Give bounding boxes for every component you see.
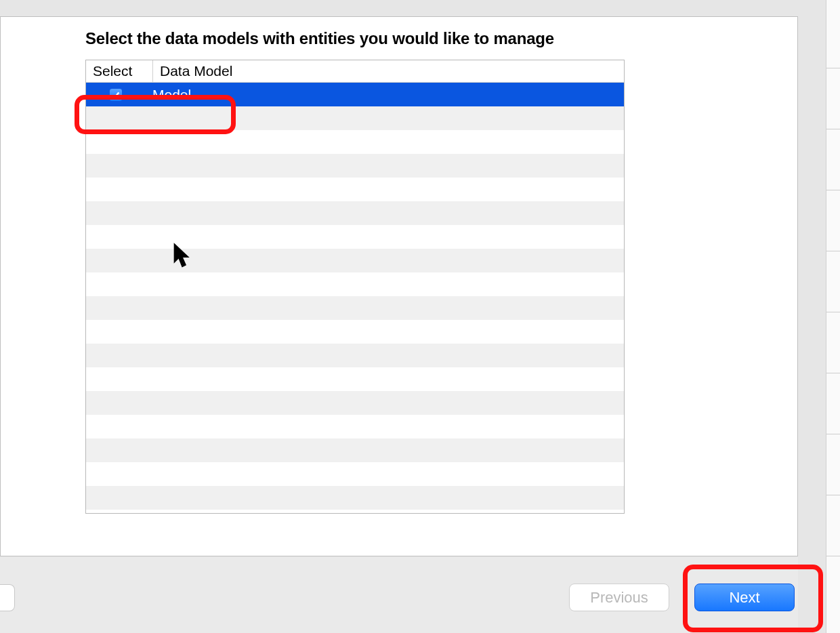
table-row-empty xyxy=(86,296,624,320)
table-row[interactable]: Model xyxy=(86,83,624,106)
checkbox-checked[interactable] xyxy=(109,88,123,102)
table-row-empty xyxy=(86,225,624,249)
next-button[interactable]: Next xyxy=(694,584,795,611)
right-rail xyxy=(826,0,840,633)
table-row-empty xyxy=(86,486,624,510)
row-select-cell[interactable] xyxy=(86,88,146,102)
table-row-empty xyxy=(86,249,624,272)
table-row-empty xyxy=(86,415,624,438)
table-row-empty xyxy=(86,438,624,462)
table-row-empty xyxy=(86,320,624,344)
table-header-row: Select Data Model xyxy=(86,60,624,83)
table-row-empty xyxy=(86,367,624,391)
truncated-field xyxy=(0,584,15,611)
table-row-empty xyxy=(86,130,624,154)
previous-button: Previous xyxy=(569,584,669,611)
table-row-empty xyxy=(86,344,624,367)
data-model-table: Select Data Model Model xyxy=(85,60,625,514)
column-header-data-model[interactable]: Data Model xyxy=(153,60,232,82)
table-row-empty xyxy=(86,391,624,415)
table-row-empty xyxy=(86,201,624,225)
row-model-name: Model xyxy=(146,87,191,103)
column-header-select[interactable]: Select xyxy=(86,60,153,82)
table-row-empty xyxy=(86,462,624,486)
footer-bar xyxy=(0,557,798,633)
table-row-empty xyxy=(86,272,624,296)
page-title: Select the data models with entities you… xyxy=(85,29,554,48)
table-row-empty xyxy=(86,178,624,201)
table-row-empty xyxy=(86,106,624,130)
table-row-empty xyxy=(86,154,624,178)
